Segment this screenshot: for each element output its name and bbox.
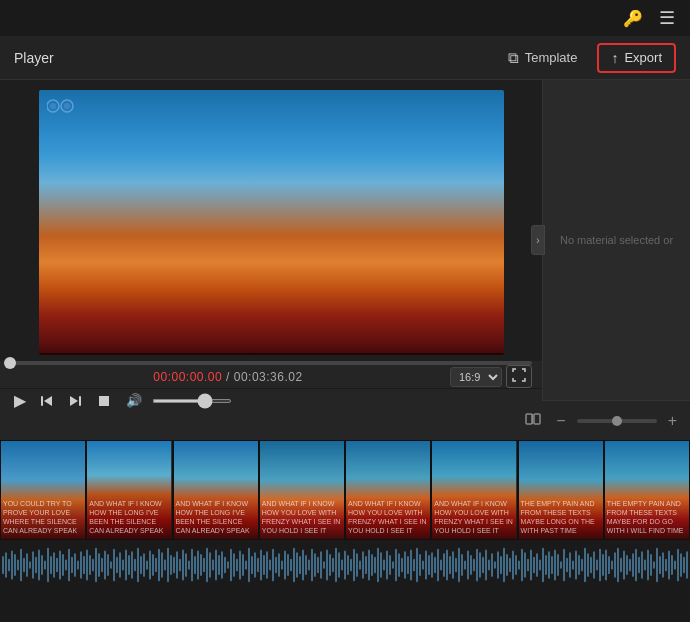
stop-button[interactable]: ⏹ xyxy=(92,390,116,412)
svg-rect-184 xyxy=(494,561,496,568)
svg-rect-174 xyxy=(464,560,466,569)
svg-rect-182 xyxy=(488,560,490,571)
svg-rect-203 xyxy=(551,556,553,574)
svg-rect-188 xyxy=(506,554,508,576)
svg-rect-8 xyxy=(526,414,532,424)
svg-rect-66 xyxy=(140,556,142,574)
svg-rect-187 xyxy=(503,548,505,583)
svg-rect-157 xyxy=(413,559,415,572)
progress-track[interactable] xyxy=(10,361,532,365)
svg-rect-223 xyxy=(611,560,613,569)
svg-rect-37 xyxy=(53,552,55,577)
svg-rect-118 xyxy=(296,552,298,577)
zoom-plus-button[interactable]: + xyxy=(665,409,680,433)
svg-rect-79 xyxy=(179,559,181,572)
list-item[interactable]: AND WHAT IF I KNOW HOW YOU LOVE WITH FRE… xyxy=(345,440,431,540)
list-item[interactable]: THE EMPTY PAIN AND FROM THESE TEXTS MAYB… xyxy=(604,440,690,540)
svg-rect-170 xyxy=(452,551,454,578)
split-icon-button[interactable] xyxy=(521,407,545,435)
template-label: Template xyxy=(525,50,578,65)
svg-rect-209 xyxy=(569,552,571,577)
export-button[interactable]: ↑ Export xyxy=(597,43,676,73)
svg-rect-45 xyxy=(77,560,79,569)
next-frame-button[interactable] xyxy=(64,392,86,410)
zoom-knob[interactable] xyxy=(612,416,622,426)
list-item[interactable]: AND WHAT IF I KNOW HOW YOU LOVE WITH FRE… xyxy=(431,440,517,540)
time-separator: / xyxy=(226,370,234,384)
svg-rect-175 xyxy=(467,550,469,579)
volume-button[interactable]: 🔊 xyxy=(122,391,146,410)
progress-row[interactable] xyxy=(0,361,542,365)
svg-rect-64 xyxy=(134,559,136,572)
fullscreen-button[interactable] xyxy=(506,365,532,388)
list-item[interactable]: AND WHAT IF I KNOW HOW YOU LOVE WITH FRE… xyxy=(259,440,345,540)
svg-marker-5 xyxy=(44,396,52,406)
play-button[interactable]: ▶ xyxy=(10,389,30,412)
prev-frame-button[interactable] xyxy=(36,392,58,410)
list-item[interactable]: AND WHAT IF I KNOW HOW THE LONG I'VE BEE… xyxy=(173,440,259,540)
svg-rect-159 xyxy=(419,554,421,576)
svg-rect-78 xyxy=(176,551,178,578)
svg-rect-30 xyxy=(32,551,34,578)
svg-rect-248 xyxy=(686,551,688,578)
svg-rect-196 xyxy=(530,550,532,581)
svg-rect-193 xyxy=(521,549,523,582)
list-item[interactable]: YOU COULD TRY TO PROVE YOUR LOVE WHERE T… xyxy=(0,440,86,540)
svg-rect-39 xyxy=(59,550,61,579)
progress-knob[interactable] xyxy=(4,357,16,369)
key-icon[interactable]: 🔑 xyxy=(622,7,644,29)
svg-rect-186 xyxy=(500,556,502,574)
svg-rect-214 xyxy=(584,548,586,583)
svg-rect-220 xyxy=(602,554,604,576)
list-item[interactable]: THE EMPTY PAIN AND FROM THESE TEXTS MAYB… xyxy=(518,440,604,540)
svg-rect-65 xyxy=(137,548,139,583)
svg-rect-61 xyxy=(125,550,127,581)
svg-rect-153 xyxy=(401,558,403,573)
svg-rect-22 xyxy=(8,559,10,572)
svg-rect-160 xyxy=(422,560,424,569)
panel-toggle[interactable]: › xyxy=(531,225,545,255)
no-material-text: No material selected or xyxy=(550,224,683,256)
svg-rect-149 xyxy=(389,555,391,575)
svg-rect-173 xyxy=(461,554,463,576)
svg-rect-4 xyxy=(41,396,43,406)
list-item[interactable]: AND WHAT IF I KNOW HOW THE LONG I'VE BEE… xyxy=(86,440,172,540)
zoom-minus-button[interactable]: − xyxy=(553,409,568,433)
svg-rect-148 xyxy=(386,550,388,579)
aspect-ratio-select[interactable]: 16:9 9:16 1:1 4:3 xyxy=(450,367,502,387)
svg-rect-119 xyxy=(299,556,301,574)
svg-rect-154 xyxy=(404,551,406,578)
svg-rect-21 xyxy=(5,552,7,577)
svg-rect-102 xyxy=(248,548,250,583)
clip-text: THE EMPTY PAIN AND FROM THESE TEXTS MAYB… xyxy=(607,499,687,535)
svg-rect-122 xyxy=(308,560,310,571)
svg-rect-33 xyxy=(41,555,43,575)
svg-rect-43 xyxy=(71,557,73,573)
zoom-track[interactable] xyxy=(577,419,657,423)
svg-rect-228 xyxy=(626,555,628,575)
svg-rect-28 xyxy=(26,553,28,577)
svg-rect-185 xyxy=(497,551,499,578)
svg-rect-89 xyxy=(209,552,211,577)
clip-text: AND WHAT IF I KNOW HOW YOU LOVE WITH FRE… xyxy=(262,499,342,535)
svg-rect-202 xyxy=(548,551,550,578)
svg-rect-50 xyxy=(92,559,94,572)
volume-slider[interactable] xyxy=(152,399,232,403)
svg-rect-20 xyxy=(2,556,4,574)
svg-rect-101 xyxy=(245,560,247,569)
svg-rect-113 xyxy=(281,560,283,569)
clip-text: YOU COULD TRY TO PROVE YOUR LOVE WHERE T… xyxy=(3,499,83,535)
template-button[interactable]: ⧉ Template xyxy=(498,44,588,72)
svg-rect-48 xyxy=(86,550,88,581)
svg-rect-200 xyxy=(542,548,544,583)
svg-rect-132 xyxy=(338,552,340,577)
svg-rect-93 xyxy=(221,551,223,578)
clip-text: THE EMPTY PAIN AND FROM THESE TEXTS MAYB… xyxy=(521,499,601,535)
svg-rect-246 xyxy=(680,553,682,577)
time-display: 00:00:00.00 / 00:03:36.02 xyxy=(10,370,446,384)
svg-rect-171 xyxy=(455,558,457,573)
svg-rect-236 xyxy=(650,554,652,576)
svg-rect-206 xyxy=(560,561,562,568)
menu-icon[interactable]: ☰ xyxy=(656,7,678,29)
svg-rect-136 xyxy=(350,559,352,572)
